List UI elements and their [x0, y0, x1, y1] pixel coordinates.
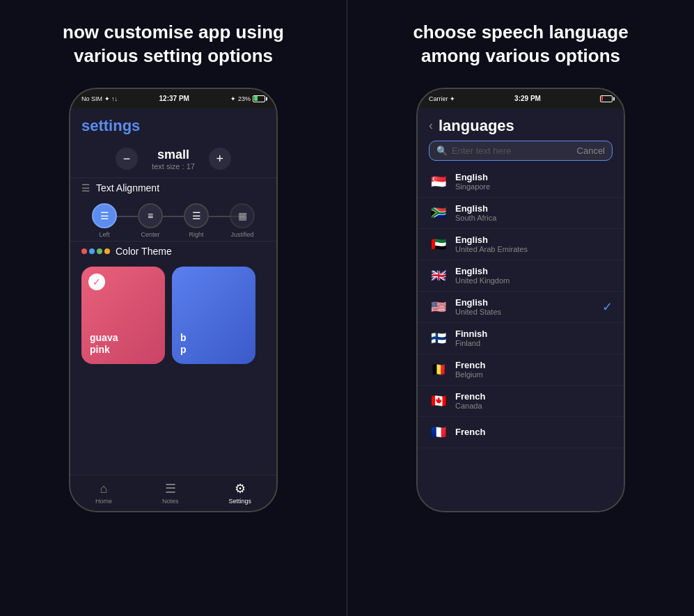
flag-france: 🇫🇷	[429, 422, 448, 442]
color-theme-title: Color Theme	[116, 246, 172, 257]
right-status-right	[600, 95, 613, 102]
flag-singapore: 🇸🇬	[429, 172, 448, 191]
lang-info-uae: English United Arab Emirates	[455, 235, 613, 253]
color-dots-icon	[81, 248, 110, 254]
right-panel-title: choose speech language among various opt…	[409, 21, 632, 68]
alignment-icon: ☰	[81, 182, 90, 194]
align-center-btn[interactable]: ≡	[138, 203, 163, 228]
lang-item-south-africa[interactable]: 🇿🇦 English South Africa	[418, 198, 624, 229]
left-screen: settings − small text size : 17 + ☰ Text…	[70, 109, 276, 475]
lang-sub-singapore: Singapore	[455, 182, 613, 191]
right-status-bar: Carrier ✦ 3:29 PM	[418, 89, 624, 109]
size-label: small text size : 17	[152, 148, 195, 171]
align-right-label: Right	[189, 231, 203, 238]
align-justified-btn[interactable]: ▦	[230, 203, 255, 228]
lang-sub-south-africa: South Africa	[455, 214, 613, 222]
size-sub: text size : 17	[152, 162, 195, 171]
lang-sub-finland: Finland	[455, 339, 613, 347]
lang-item-french-belgium[interactable]: 🇧🇪 French Belgium	[418, 354, 624, 386]
guava-theme-name: guavapink	[90, 332, 157, 356]
lang-item-french[interactable]: 🇫🇷 French	[418, 417, 624, 448]
lang-item-uae[interactable]: 🇦🇪 English United Arab Emirates	[418, 229, 624, 260]
nav-home-label: Home	[95, 498, 112, 505]
flag-canada: 🇨🇦	[429, 391, 448, 411]
align-center-label: Center	[141, 231, 159, 238]
lang-item-singapore[interactable]: 🇸🇬 English Singapore	[418, 166, 624, 198]
right-panel: choose speech language among various opt…	[347, 0, 694, 616]
alignment-title: Text Alignment	[96, 182, 159, 194]
lang-info-french-canada: French Canada	[455, 391, 613, 410]
size-name: small	[152, 148, 195, 162]
nav-home[interactable]: ⌂ Home	[95, 482, 112, 505]
lang-sub-us: United States	[455, 308, 595, 316]
lang-info-us: English United States	[455, 297, 595, 316]
flag-south-africa: 🇿🇦	[429, 203, 448, 223]
left-status-bar: No SIM ✦ ↑↓ 12:37 PM ✦ 23%	[70, 89, 276, 109]
align-left-btn[interactable]: ☰	[92, 203, 117, 228]
lang-item-us[interactable]: 🇺🇸 English United States ✓	[418, 292, 624, 323]
align-right-btn[interactable]: ☰	[184, 203, 209, 228]
lang-item-french-canada[interactable]: 🇨🇦 French Canada	[418, 386, 624, 417]
search-input[interactable]: Enter text here	[452, 145, 573, 156]
home-icon: ⌂	[100, 482, 108, 496]
lang-title: languages	[439, 117, 514, 135]
lang-name-uae: English	[455, 235, 613, 245]
lang-name-french-belgium: French	[455, 360, 613, 370]
left-panel: now customise app using various setting …	[0, 0, 347, 616]
battery-icon	[253, 95, 265, 102]
increase-size-button[interactable]: +	[209, 148, 231, 170]
right-screen: ‹ languages 🔍 Enter text here Cancel 🇸🇬 …	[418, 109, 624, 511]
lang-info-uk: English United Kingdom	[455, 266, 613, 285]
lang-name-french-canada: French	[455, 391, 613, 402]
lang-info-french: French	[455, 427, 613, 437]
lang-info-french-belgium: French Belgium	[455, 360, 613, 379]
right-status-left: Carrier ✦	[429, 95, 455, 102]
left-status-right: ✦ 23%	[230, 95, 265, 102]
left-phone: No SIM ✦ ↑↓ 12:37 PM ✦ 23% settings − sm…	[69, 88, 278, 512]
align-left-item[interactable]: ☰ Left	[92, 203, 117, 238]
lang-name-south-africa: English	[455, 203, 613, 214]
lang-info-singapore: English Singapore	[455, 172, 613, 191]
search-icon: 🔍	[436, 145, 448, 156]
lang-name-uk: English	[455, 266, 613, 276]
flag-belgium: 🇧🇪	[429, 360, 448, 379]
lang-item-uk[interactable]: 🇬🇧 English United Kingdom	[418, 260, 624, 292]
cancel-button[interactable]: Cancel	[577, 145, 605, 156]
lang-item-finland[interactable]: 🇫🇮 Finnish Finland	[418, 323, 624, 354]
lang-info-south-africa: English South Africa	[455, 203, 613, 222]
flag-uk: 🇬🇧	[429, 266, 448, 285]
flag-us: 🇺🇸	[429, 297, 448, 317]
alignment-section-header: ☰ Text Alignment	[70, 177, 276, 198]
search-bar[interactable]: 🔍 Enter text here Cancel	[429, 141, 613, 161]
align-left-label: Left	[99, 231, 109, 238]
align-right-item[interactable]: ☰ Right	[184, 203, 209, 238]
notes-icon: ☰	[165, 481, 176, 496]
settings-title: settings	[81, 117, 140, 134]
align-justified-item[interactable]: ▦ Justified	[230, 203, 255, 238]
flag-finland: 🇫🇮	[429, 329, 448, 348]
nav-settings[interactable]: ⚙ Settings	[228, 481, 251, 505]
nav-notes[interactable]: ☰ Notes	[162, 481, 179, 505]
nav-settings-label: Settings	[228, 498, 251, 505]
phone-nav: ⌂ Home ☰ Notes ⚙ Settings	[70, 475, 276, 511]
guava-theme-card[interactable]: ✓ guavapink	[81, 267, 165, 364]
blue-theme-card[interactable]: bp	[172, 267, 255, 364]
selected-check-icon: ✓	[602, 299, 613, 315]
right-status-center: 3:29 PM	[514, 95, 541, 102]
left-status-left: No SIM ✦ ↑↓	[81, 95, 118, 102]
left-status-center: 12:37 PM	[159, 95, 189, 102]
lang-sub-uk: United Kingdom	[455, 276, 613, 285]
align-center-item[interactable]: ≡ Center	[138, 203, 163, 238]
blue-theme-name: bp	[180, 332, 247, 356]
decrease-size-button[interactable]: −	[116, 148, 138, 170]
color-section-header: Color Theme	[70, 241, 276, 261]
back-button[interactable]: ‹	[429, 118, 433, 133]
lang-sub-french-belgium: Belgium	[455, 370, 613, 379]
settings-header: settings	[70, 109, 276, 141]
lang-name-finland: Finnish	[455, 329, 613, 339]
flag-uae: 🇦🇪	[429, 235, 448, 254]
lang-info-finland: Finnish Finland	[455, 329, 613, 347]
align-justified-label: Justified	[230, 231, 253, 238]
right-battery-icon	[600, 95, 613, 102]
settings-icon: ⚙	[235, 481, 246, 496]
